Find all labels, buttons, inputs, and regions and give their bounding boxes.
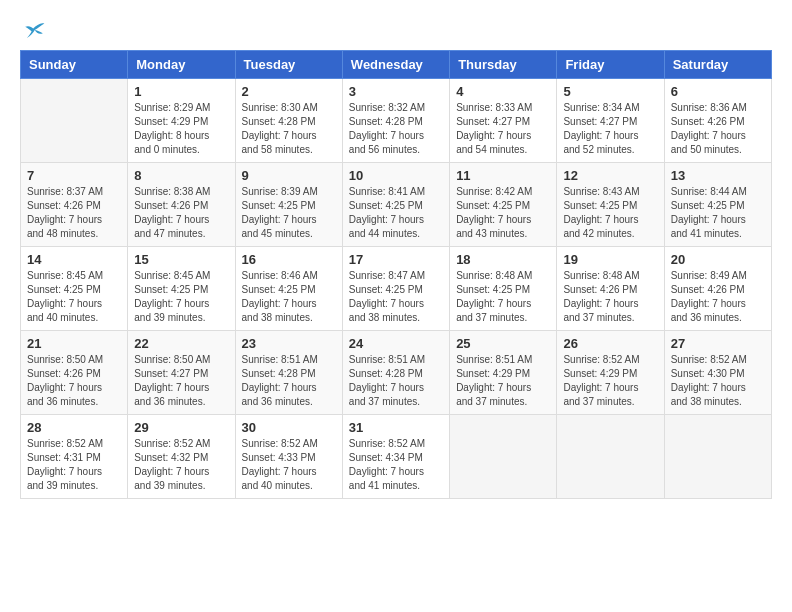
day-info: Sunrise: 8:43 AMSunset: 4:25 PMDaylight:…	[563, 185, 657, 241]
calendar-week-5: 28Sunrise: 8:52 AMSunset: 4:31 PMDayligh…	[21, 415, 772, 499]
calendar-cell	[21, 79, 128, 163]
calendar-cell: 7Sunrise: 8:37 AMSunset: 4:26 PMDaylight…	[21, 163, 128, 247]
calendar-cell: 2Sunrise: 8:30 AMSunset: 4:28 PMDaylight…	[235, 79, 342, 163]
page-header	[20, 20, 772, 40]
day-info: Sunrise: 8:36 AMSunset: 4:26 PMDaylight:…	[671, 101, 765, 157]
day-info: Sunrise: 8:32 AMSunset: 4:28 PMDaylight:…	[349, 101, 443, 157]
calendar-week-3: 14Sunrise: 8:45 AMSunset: 4:25 PMDayligh…	[21, 247, 772, 331]
day-number: 28	[27, 420, 121, 435]
calendar-header-row: SundayMondayTuesdayWednesdayThursdayFrid…	[21, 51, 772, 79]
day-number: 10	[349, 168, 443, 183]
day-info: Sunrise: 8:33 AMSunset: 4:27 PMDaylight:…	[456, 101, 550, 157]
day-info: Sunrise: 8:48 AMSunset: 4:26 PMDaylight:…	[563, 269, 657, 325]
day-info: Sunrise: 8:29 AMSunset: 4:29 PMDaylight:…	[134, 101, 228, 157]
day-number: 31	[349, 420, 443, 435]
day-info: Sunrise: 8:44 AMSunset: 4:25 PMDaylight:…	[671, 185, 765, 241]
day-number: 17	[349, 252, 443, 267]
day-number: 5	[563, 84, 657, 99]
calendar-cell: 17Sunrise: 8:47 AMSunset: 4:25 PMDayligh…	[342, 247, 449, 331]
day-info: Sunrise: 8:52 AMSunset: 4:33 PMDaylight:…	[242, 437, 336, 493]
day-info: Sunrise: 8:47 AMSunset: 4:25 PMDaylight:…	[349, 269, 443, 325]
calendar-cell: 15Sunrise: 8:45 AMSunset: 4:25 PMDayligh…	[128, 247, 235, 331]
calendar-cell: 10Sunrise: 8:41 AMSunset: 4:25 PMDayligh…	[342, 163, 449, 247]
weekday-header-saturday: Saturday	[664, 51, 771, 79]
day-info: Sunrise: 8:38 AMSunset: 4:26 PMDaylight:…	[134, 185, 228, 241]
calendar-cell: 25Sunrise: 8:51 AMSunset: 4:29 PMDayligh…	[450, 331, 557, 415]
calendar-cell: 26Sunrise: 8:52 AMSunset: 4:29 PMDayligh…	[557, 331, 664, 415]
day-number: 9	[242, 168, 336, 183]
calendar-cell: 30Sunrise: 8:52 AMSunset: 4:33 PMDayligh…	[235, 415, 342, 499]
calendar-cell: 13Sunrise: 8:44 AMSunset: 4:25 PMDayligh…	[664, 163, 771, 247]
day-info: Sunrise: 8:49 AMSunset: 4:26 PMDaylight:…	[671, 269, 765, 325]
day-info: Sunrise: 8:52 AMSunset: 4:29 PMDaylight:…	[563, 353, 657, 409]
day-info: Sunrise: 8:48 AMSunset: 4:25 PMDaylight:…	[456, 269, 550, 325]
calendar-cell: 18Sunrise: 8:48 AMSunset: 4:25 PMDayligh…	[450, 247, 557, 331]
calendar-cell: 29Sunrise: 8:52 AMSunset: 4:32 PMDayligh…	[128, 415, 235, 499]
calendar-week-1: 1Sunrise: 8:29 AMSunset: 4:29 PMDaylight…	[21, 79, 772, 163]
calendar-cell: 22Sunrise: 8:50 AMSunset: 4:27 PMDayligh…	[128, 331, 235, 415]
day-info: Sunrise: 8:45 AMSunset: 4:25 PMDaylight:…	[27, 269, 121, 325]
calendar-cell: 24Sunrise: 8:51 AMSunset: 4:28 PMDayligh…	[342, 331, 449, 415]
calendar-cell: 3Sunrise: 8:32 AMSunset: 4:28 PMDaylight…	[342, 79, 449, 163]
day-number: 20	[671, 252, 765, 267]
calendar-cell: 19Sunrise: 8:48 AMSunset: 4:26 PMDayligh…	[557, 247, 664, 331]
day-info: Sunrise: 8:37 AMSunset: 4:26 PMDaylight:…	[27, 185, 121, 241]
day-info: Sunrise: 8:52 AMSunset: 4:30 PMDaylight:…	[671, 353, 765, 409]
day-info: Sunrise: 8:51 AMSunset: 4:29 PMDaylight:…	[456, 353, 550, 409]
calendar-cell: 5Sunrise: 8:34 AMSunset: 4:27 PMDaylight…	[557, 79, 664, 163]
day-number: 16	[242, 252, 336, 267]
calendar-cell: 12Sunrise: 8:43 AMSunset: 4:25 PMDayligh…	[557, 163, 664, 247]
day-info: Sunrise: 8:42 AMSunset: 4:25 PMDaylight:…	[456, 185, 550, 241]
calendar-cell: 6Sunrise: 8:36 AMSunset: 4:26 PMDaylight…	[664, 79, 771, 163]
day-number: 8	[134, 168, 228, 183]
day-number: 21	[27, 336, 121, 351]
weekday-header-thursday: Thursday	[450, 51, 557, 79]
calendar-cell: 8Sunrise: 8:38 AMSunset: 4:26 PMDaylight…	[128, 163, 235, 247]
day-number: 18	[456, 252, 550, 267]
weekday-header-tuesday: Tuesday	[235, 51, 342, 79]
calendar-cell: 14Sunrise: 8:45 AMSunset: 4:25 PMDayligh…	[21, 247, 128, 331]
day-info: Sunrise: 8:50 AMSunset: 4:26 PMDaylight:…	[27, 353, 121, 409]
day-number: 26	[563, 336, 657, 351]
day-info: Sunrise: 8:39 AMSunset: 4:25 PMDaylight:…	[242, 185, 336, 241]
day-info: Sunrise: 8:41 AMSunset: 4:25 PMDaylight:…	[349, 185, 443, 241]
day-info: Sunrise: 8:52 AMSunset: 4:32 PMDaylight:…	[134, 437, 228, 493]
day-number: 14	[27, 252, 121, 267]
day-number: 27	[671, 336, 765, 351]
day-number: 29	[134, 420, 228, 435]
day-number: 15	[134, 252, 228, 267]
calendar-cell: 23Sunrise: 8:51 AMSunset: 4:28 PMDayligh…	[235, 331, 342, 415]
day-number: 12	[563, 168, 657, 183]
calendar-cell	[450, 415, 557, 499]
calendar-cell	[557, 415, 664, 499]
day-number: 11	[456, 168, 550, 183]
day-number: 4	[456, 84, 550, 99]
calendar-cell: 11Sunrise: 8:42 AMSunset: 4:25 PMDayligh…	[450, 163, 557, 247]
day-number: 1	[134, 84, 228, 99]
day-info: Sunrise: 8:45 AMSunset: 4:25 PMDaylight:…	[134, 269, 228, 325]
day-number: 3	[349, 84, 443, 99]
calendar-cell: 31Sunrise: 8:52 AMSunset: 4:34 PMDayligh…	[342, 415, 449, 499]
day-info: Sunrise: 8:51 AMSunset: 4:28 PMDaylight:…	[242, 353, 336, 409]
calendar-cell: 9Sunrise: 8:39 AMSunset: 4:25 PMDaylight…	[235, 163, 342, 247]
calendar-week-2: 7Sunrise: 8:37 AMSunset: 4:26 PMDaylight…	[21, 163, 772, 247]
day-number: 23	[242, 336, 336, 351]
calendar-cell: 27Sunrise: 8:52 AMSunset: 4:30 PMDayligh…	[664, 331, 771, 415]
weekday-header-sunday: Sunday	[21, 51, 128, 79]
day-number: 25	[456, 336, 550, 351]
day-number: 24	[349, 336, 443, 351]
day-info: Sunrise: 8:46 AMSunset: 4:25 PMDaylight:…	[242, 269, 336, 325]
calendar-cell: 20Sunrise: 8:49 AMSunset: 4:26 PMDayligh…	[664, 247, 771, 331]
weekday-header-friday: Friday	[557, 51, 664, 79]
day-info: Sunrise: 8:52 AMSunset: 4:34 PMDaylight:…	[349, 437, 443, 493]
weekday-header-monday: Monday	[128, 51, 235, 79]
calendar-cell: 4Sunrise: 8:33 AMSunset: 4:27 PMDaylight…	[450, 79, 557, 163]
calendar-cell	[664, 415, 771, 499]
day-info: Sunrise: 8:50 AMSunset: 4:27 PMDaylight:…	[134, 353, 228, 409]
day-number: 6	[671, 84, 765, 99]
calendar-cell: 16Sunrise: 8:46 AMSunset: 4:25 PMDayligh…	[235, 247, 342, 331]
calendar-table: SundayMondayTuesdayWednesdayThursdayFrid…	[20, 50, 772, 499]
day-info: Sunrise: 8:51 AMSunset: 4:28 PMDaylight:…	[349, 353, 443, 409]
day-info: Sunrise: 8:34 AMSunset: 4:27 PMDaylight:…	[563, 101, 657, 157]
day-number: 7	[27, 168, 121, 183]
